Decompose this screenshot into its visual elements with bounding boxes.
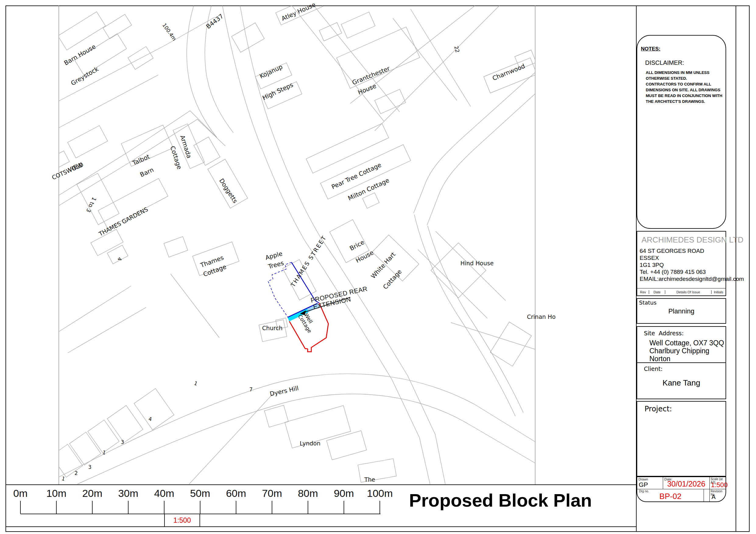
scale-and-title-strip: 0m10m20m30m40m50m60m70m80m90m100m 1:500 … xyxy=(6,484,636,527)
project-label: Project: xyxy=(644,405,672,413)
site-boundary-red-left xyxy=(289,321,308,349)
site-address-value: Well Cottage, OX7 3QQCharlbury ChippingN… xyxy=(649,339,724,363)
notes-lines-line: ALL DIMENSIONS IN MM UNLESS xyxy=(646,70,722,75)
project-panel: Project: xyxy=(636,401,726,476)
scale-tick-label: 60m xyxy=(226,488,246,499)
scale-tick xyxy=(343,501,344,514)
drawing-info-panel: Drawn GP Date: 30/01/2026 Scale (at A3) … xyxy=(636,476,726,502)
issue-header-row: Rev Date Details Of Issue Initials xyxy=(637,288,725,295)
company-address-line: 1G1 3PQ xyxy=(640,261,744,268)
scale-tick xyxy=(164,501,165,514)
status-panel: Status Planning xyxy=(636,298,726,324)
company-address-line: ESSEX xyxy=(640,254,744,261)
company-address-line: Tel. +44 (0) 7889 415 063 xyxy=(640,268,744,275)
disclaimer-heading: DISCLAIMER: xyxy=(645,59,684,66)
notes-panel: NOTES: DISCLAIMER: ALL DIMENSIONS IN MM … xyxy=(636,35,726,229)
issue-date-header: Date xyxy=(649,290,665,294)
issue-details-header: Details Of Issue xyxy=(665,290,712,294)
drgno-revision-row: Drg no. BP-02 Revision No. A xyxy=(637,489,725,502)
drawn-value: GP xyxy=(639,481,648,488)
drawn-date-scale-row: Drawn GP Date: 30/01/2026 Scale (at A3) … xyxy=(637,477,725,489)
notes-lines-line: DIMENSIONS ON SITE. ALL DRAWINGS xyxy=(646,87,722,93)
map-linework xyxy=(48,0,537,484)
date-value: 30/01/2026 xyxy=(663,479,709,488)
issue-initials-header: Initials xyxy=(712,290,725,294)
scale-tick-label: 70m xyxy=(262,488,282,499)
client-panel: Client: Kane Tang xyxy=(636,362,726,399)
drg-no-value: BP-02 xyxy=(637,492,704,501)
company-address: 64 ST GEORGES ROADESSEX1G1 3PQTel. +44 (… xyxy=(640,247,744,282)
notes-lines-line: OTHERWISE STATED. xyxy=(646,75,722,81)
scale-tick-label: 40m xyxy=(154,488,174,499)
site-address-label: Site Address: xyxy=(644,330,684,337)
company-address-line: 64 ST GEORGES ROAD xyxy=(640,247,744,254)
issue-rev-header: Rev xyxy=(637,290,649,294)
application-boundary-blue-front xyxy=(288,303,317,317)
scale-tick xyxy=(308,501,308,514)
extension-leader-line xyxy=(302,297,350,313)
scale-tick xyxy=(92,501,93,514)
client-value: Kane Tang xyxy=(637,378,725,388)
application-boundary-blue-dashed xyxy=(268,262,291,318)
scale-value: 1:500 xyxy=(711,481,728,489)
scale-tick xyxy=(236,501,236,514)
scale-ratio-label: 1:500 xyxy=(173,516,191,524)
scale-bar-baseline xyxy=(20,514,380,514)
scale-tick-label: 10m xyxy=(46,488,67,499)
scale-tick xyxy=(272,501,272,514)
notes-lines-line: MUST BE READ IN CONJUNCTION WITH xyxy=(646,93,722,99)
company-name: ARCHIMEDES DESIGN LTD xyxy=(641,235,743,245)
scale-tick-label: 80m xyxy=(298,488,318,499)
page-title: Proposed Block Plan xyxy=(409,490,592,511)
scale-tick-label: 90m xyxy=(334,488,354,499)
scale-tick-label: 0m xyxy=(13,488,27,499)
site-address-panel: Site Address: Well Cottage, OX7 3QQCharl… xyxy=(636,326,726,363)
revision-value: A xyxy=(712,494,716,500)
scale-tick xyxy=(20,501,21,514)
scale-tick xyxy=(200,501,201,514)
notes-lines-line: THE ARCHITECT'S DRAWINGS. xyxy=(646,99,722,104)
site-lines-line: Charlbury Chipping xyxy=(649,347,724,355)
scale-tick-label: 100m xyxy=(367,488,392,499)
company-panel: ARCHIMEDES DESIGN LTD 64 ST GEORGES ROAD… xyxy=(636,231,726,296)
scale-ratio-cell: 1:500 xyxy=(164,514,200,527)
scale-tick xyxy=(56,501,57,514)
disclaimer-text: ALL DIMENSIONS IN MM UNLESSOTHERWISE STA… xyxy=(646,70,722,104)
site-lines-line: Well Cottage, OX7 3QQ xyxy=(649,339,724,347)
scale-tick-label: 50m xyxy=(190,488,210,499)
revision-spacer-cell xyxy=(704,489,710,502)
company-address-line: EMAIL:archimedesdesignltd@gmail.com xyxy=(640,275,744,282)
site-lines-line: Norton xyxy=(649,355,724,363)
scale-tick xyxy=(128,501,128,514)
scale-tick xyxy=(380,501,380,514)
drawing-sheet: Barn HouseGreystock100.4mB4437Atley Hous… xyxy=(0,0,756,534)
status-value: Planning xyxy=(637,307,725,315)
status-label: Status xyxy=(639,299,657,306)
drawn-label: Drawn xyxy=(638,477,648,481)
scale-tick-label: 20m xyxy=(82,488,102,499)
notes-lines-line: CONTRACTORS TO CONFIRM ALL xyxy=(646,81,722,87)
proposed-extension-area xyxy=(287,309,309,321)
client-label: Client: xyxy=(644,366,662,372)
notes-heading: NOTES: xyxy=(641,46,661,52)
scale-tick-label: 30m xyxy=(118,488,138,499)
